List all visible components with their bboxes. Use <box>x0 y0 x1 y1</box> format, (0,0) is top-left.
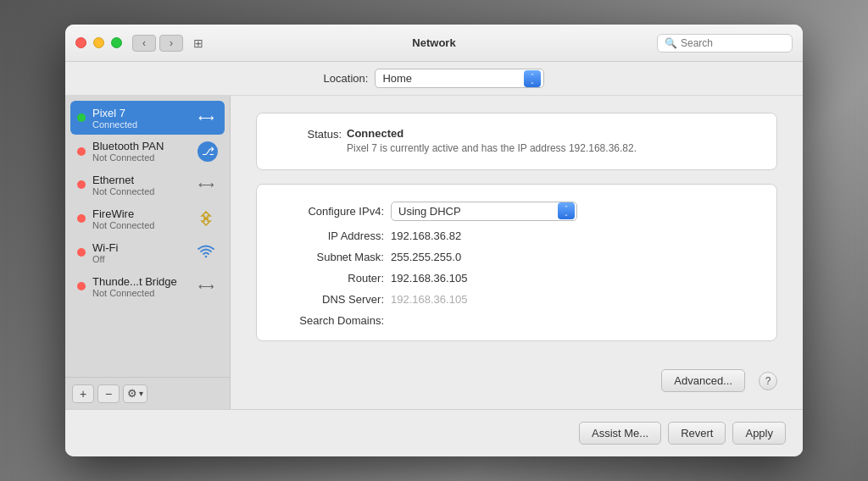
dns-row: DNS Server: 192.168.36.105 <box>274 293 760 306</box>
firewire-icon <box>194 207 218 230</box>
location-bar: Location: Home Automatic Office <box>65 62 803 96</box>
dns-value: 192.168.36.105 <box>391 293 467 306</box>
title-bar: ‹ › ⊞ Network 🔍 <box>65 25 803 62</box>
status-value: Connected <box>347 127 637 140</box>
gear-chevron-icon: ▾ <box>139 389 143 398</box>
ipv4-label: Configure IPv4: <box>274 205 384 218</box>
detail-panel: Status: Connected Pixel 7 is currently a… <box>231 96 803 409</box>
ethernet-status: Not Connected <box>92 186 194 196</box>
search-input[interactable] <box>681 37 785 49</box>
pixel7-arrows-icon: ⟷ <box>198 112 214 124</box>
minimize-button[interactable] <box>93 37 104 48</box>
router-row: Router: 192.168.36.105 <box>274 272 760 285</box>
gear-icon: ⚙ <box>127 387 137 400</box>
router-label: Router: <box>274 272 384 285</box>
status-info: Connected Pixel 7 is currently active an… <box>347 127 637 156</box>
help-button[interactable]: ? <box>759 372 777 390</box>
sidebar: Pixel 7 Connected ⟷ Bluetooth PAN Not Co… <box>65 96 231 409</box>
ipv4-select-wrap: Using DHCP Manually Using DHCP with manu… <box>391 202 577 221</box>
wifi-status: Off <box>92 254 194 264</box>
nav-buttons: ‹ › <box>132 35 183 52</box>
maximize-button[interactable] <box>111 37 122 48</box>
pixel7-info: Pixel 7 Connected <box>92 107 194 130</box>
sidebar-item-thunderbolt[interactable]: Thunde...t Bridge Not Connected ⟷ <box>70 269 225 303</box>
firewire-name: FireWire <box>92 207 194 220</box>
assist-me-button[interactable]: Assist Me... <box>579 422 661 445</box>
wifi-icon <box>194 240 218 264</box>
bluetooth-pan-icon: ⎇ <box>198 141 218 162</box>
ethernet-name: Ethernet <box>92 174 194 186</box>
advanced-button[interactable]: Advanced... <box>661 369 745 392</box>
network-form: Configure IPv4: Using DHCP Manually Usin… <box>274 202 760 327</box>
ip-value: 192.168.36.82 <box>391 229 461 242</box>
ipv4-row: Configure IPv4: Using DHCP Manually Usin… <box>274 202 760 221</box>
ipv4-select[interactable]: Using DHCP Manually Using DHCP with manu… <box>391 202 577 221</box>
search-box[interactable]: 🔍 <box>657 34 793 53</box>
network-gear-button[interactable]: ⚙ ▾ <box>123 384 147 403</box>
sidebar-item-firewire[interactable]: FireWire Not Connected <box>70 202 225 235</box>
subnet-row: Subnet Mask: 255.255.255.0 <box>274 251 760 263</box>
wifi-svg-icon <box>197 245 215 260</box>
sidebar-item-ethernet[interactable]: Ethernet Not Connected ⟷ <box>70 168 225 202</box>
bluetooth-pan-status: Not Connected <box>92 152 198 163</box>
thunderbolt-arrows-icon: ⟷ <box>198 280 214 293</box>
back-icon: ‹ <box>142 37 146 49</box>
wifi-name: Wi-Fi <box>92 241 194 254</box>
svg-point-0 <box>204 217 208 220</box>
apply-button[interactable]: Apply <box>732 422 786 445</box>
close-button[interactable] <box>75 37 86 48</box>
bottom-bar: Assist Me... Revert Apply <box>65 409 803 456</box>
window-title: Network <box>412 36 455 49</box>
thunderbolt-status-dot <box>77 282 86 290</box>
network-window: ‹ › ⊞ Network 🔍 Location: Home Automatic… <box>65 25 803 456</box>
location-label: Location: <box>324 72 369 85</box>
sidebar-item-bluetooth-pan[interactable]: Bluetooth PAN Not Connected ⎇ <box>70 135 225 168</box>
forward-icon: › <box>170 37 173 49</box>
status-label: Status: <box>274 127 342 141</box>
main-content: Pixel 7 Connected ⟷ Bluetooth PAN Not Co… <box>65 96 803 409</box>
remove-network-button[interactable]: − <box>97 384 120 403</box>
pixel7-status-dot <box>77 113 86 122</box>
location-select[interactable]: Home Automatic Office <box>375 69 544 88</box>
subnet-label: Subnet Mask: <box>274 251 384 263</box>
pixel7-status: Connected <box>92 119 194 130</box>
add-icon: + <box>80 387 86 401</box>
ip-label: IP Address: <box>274 229 384 242</box>
subnet-value: 255.255.255.0 <box>391 251 461 263</box>
add-network-button[interactable]: + <box>72 384 94 403</box>
status-description: Pixel 7 is currently active and has the … <box>347 141 637 156</box>
firewire-status: Not Connected <box>92 220 194 230</box>
location-select-wrap: Home Automatic Office <box>375 69 544 88</box>
sidebar-item-wifi[interactable]: Wi-Fi Off <box>70 235 225 269</box>
forward-button[interactable]: › <box>159 35 183 52</box>
thunderbolt-name: Thunde...t Bridge <box>92 275 194 288</box>
sidebar-item-pixel7[interactable]: Pixel 7 Connected ⟷ <box>70 101 225 135</box>
bottom-actions: Assist Me... Revert Apply <box>579 422 786 445</box>
firewire-status-dot <box>77 214 86 223</box>
status-card: Status: Connected Pixel 7 is currently a… <box>256 113 777 170</box>
bluetooth-icon: ⎇ <box>202 145 214 158</box>
sidebar-list: Pixel 7 Connected ⟷ Bluetooth PAN Not Co… <box>65 96 230 377</box>
back-button[interactable]: ‹ <box>132 35 156 52</box>
ethernet-status-dot <box>77 180 86 189</box>
pixel7-name: Pixel 7 <box>92 107 194 119</box>
remove-icon: − <box>105 387 112 401</box>
wifi-status-dot <box>77 248 86 257</box>
status-row: Status: Connected Pixel 7 is currently a… <box>274 127 760 156</box>
pixel7-icon: ⟷ <box>194 106 218 130</box>
thunderbolt-icon: ⟷ <box>194 274 218 298</box>
thunderbolt-info: Thunde...t Bridge Not Connected <box>92 275 194 298</box>
grid-button[interactable]: ⊞ <box>186 35 210 52</box>
ethernet-arrows-icon: ⟷ <box>198 179 214 191</box>
router-value: 192.168.36.105 <box>391 272 467 285</box>
ip-row: IP Address: 192.168.36.82 <box>274 229 760 242</box>
config-card: Configure IPv4: Using DHCP Manually Usin… <box>256 184 777 341</box>
firewire-info: FireWire Not Connected <box>92 207 194 230</box>
ethernet-info: Ethernet Not Connected <box>92 174 194 196</box>
revert-button[interactable]: Revert <box>668 422 726 445</box>
bluetooth-pan-info: Bluetooth PAN Not Connected <box>92 140 198 163</box>
bluetooth-pan-name: Bluetooth PAN <box>92 140 198 152</box>
search-domains-label: Search Domains: <box>274 314 384 327</box>
ethernet-icon: ⟷ <box>194 173 218 196</box>
search-icon: 🔍 <box>665 37 677 49</box>
